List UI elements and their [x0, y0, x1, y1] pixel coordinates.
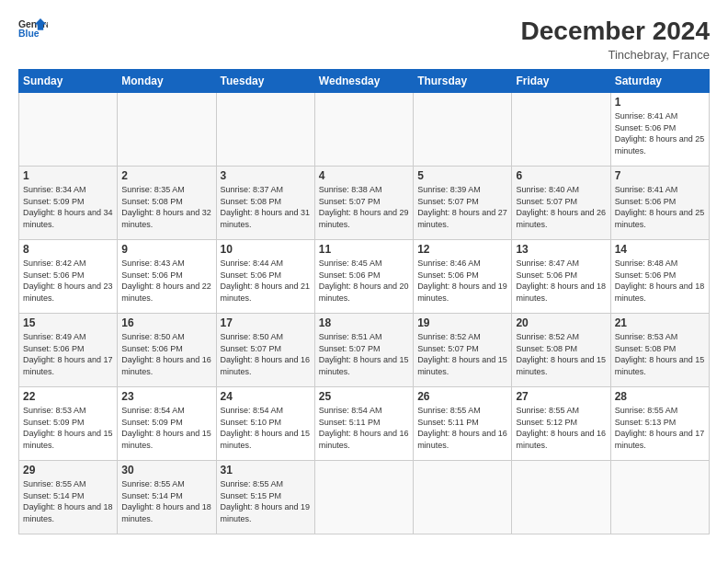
table-row: 30Sunrise: 8:55 AMSunset: 5:14 PMDayligh…	[118, 461, 216, 534]
day-number: 29	[23, 464, 113, 477]
month-title: December 2024	[521, 17, 710, 46]
day-number: 27	[516, 390, 606, 403]
day-content: Sunrise: 8:40 AMSunset: 5:07 PMDaylight:…	[516, 184, 606, 230]
table-row: 18Sunrise: 8:51 AMSunset: 5:07 PMDayligh…	[314, 314, 413, 387]
day-number: 25	[319, 390, 409, 403]
calendar-row: 29Sunrise: 8:55 AMSunset: 5:14 PMDayligh…	[19, 461, 710, 534]
table-row: 15Sunrise: 8:49 AMSunset: 5:06 PMDayligh…	[19, 314, 118, 387]
day-number: 5	[417, 169, 507, 182]
day-number: 3	[221, 169, 311, 182]
day-number: 20	[516, 316, 606, 329]
table-row	[414, 461, 512, 534]
table-row: 9Sunrise: 8:43 AMSunset: 5:06 PMDaylight…	[118, 240, 216, 314]
col-thursday: Thursday	[414, 70, 512, 93]
calendar-row: 1Sunrise: 8:41 AMSunset: 5:06 PMDaylight…	[19, 93, 710, 167]
day-content: Sunrise: 8:49 AMSunset: 5:06 PMDaylight:…	[23, 331, 113, 377]
day-number: 23	[121, 390, 211, 403]
day-content: Sunrise: 8:55 AMSunset: 5:14 PMDaylight:…	[121, 478, 211, 524]
col-sunday: Sunday	[19, 70, 118, 93]
table-row: 14Sunrise: 8:48 AMSunset: 5:06 PMDayligh…	[610, 240, 709, 314]
table-row: 29Sunrise: 8:55 AMSunset: 5:14 PMDayligh…	[19, 461, 118, 534]
table-row	[512, 461, 610, 534]
table-row: 4Sunrise: 8:38 AMSunset: 5:07 PMDaylight…	[314, 167, 413, 240]
day-number: 17	[221, 316, 311, 329]
day-content: Sunrise: 8:55 AMSunset: 5:15 PMDaylight:…	[221, 478, 311, 524]
table-row: 20Sunrise: 8:52 AMSunset: 5:08 PMDayligh…	[512, 314, 610, 387]
svg-text:Blue: Blue	[18, 29, 40, 39]
day-content: Sunrise: 8:43 AMSunset: 5:06 PMDaylight:…	[121, 258, 211, 304]
page-header: General Blue December 2024 Tinchebray, F…	[18, 17, 710, 62]
day-number: 1	[23, 169, 113, 182]
calendar-row: 22Sunrise: 8:53 AMSunset: 5:09 PMDayligh…	[19, 387, 710, 461]
day-number: 15	[23, 316, 113, 329]
day-number: 22	[23, 390, 113, 403]
day-number: 16	[121, 316, 211, 329]
day-content: Sunrise: 8:38 AMSunset: 5:07 PMDaylight:…	[319, 184, 409, 230]
day-number: 2	[121, 169, 211, 182]
table-row: 25Sunrise: 8:54 AMSunset: 5:11 PMDayligh…	[314, 387, 413, 461]
col-friday: Friday	[512, 70, 610, 93]
day-content: Sunrise: 8:50 AMSunset: 5:07 PMDaylight:…	[221, 331, 311, 377]
logo: General Blue	[18, 17, 48, 42]
day-number: 14	[615, 243, 705, 256]
day-content: Sunrise: 8:55 AMSunset: 5:12 PMDaylight:…	[516, 405, 606, 451]
table-row	[610, 461, 709, 534]
location: Tinchebray, France	[521, 48, 710, 62]
table-row: 16Sunrise: 8:50 AMSunset: 5:06 PMDayligh…	[118, 314, 216, 387]
day-content: Sunrise: 8:34 AMSunset: 5:09 PMDaylight:…	[23, 184, 113, 230]
day-number: 4	[319, 169, 409, 182]
table-row: 12Sunrise: 8:46 AMSunset: 5:06 PMDayligh…	[414, 240, 512, 314]
day-content: Sunrise: 8:48 AMSunset: 5:06 PMDaylight:…	[615, 258, 705, 304]
day-content: Sunrise: 8:53 AMSunset: 5:09 PMDaylight:…	[23, 405, 113, 451]
day-number: 10	[221, 243, 311, 256]
day-content: Sunrise: 8:55 AMSunset: 5:11 PMDaylight:…	[417, 405, 507, 451]
table-row: 19Sunrise: 8:52 AMSunset: 5:07 PMDayligh…	[414, 314, 512, 387]
day-content: Sunrise: 8:35 AMSunset: 5:08 PMDaylight:…	[121, 184, 211, 230]
calendar-row: 1Sunrise: 8:34 AMSunset: 5:09 PMDaylight…	[19, 167, 710, 240]
table-row: 31Sunrise: 8:55 AMSunset: 5:15 PMDayligh…	[216, 461, 314, 534]
day-content: Sunrise: 8:39 AMSunset: 5:07 PMDaylight:…	[417, 184, 507, 230]
title-area: December 2024 Tinchebray, France	[521, 17, 710, 62]
table-row: 13Sunrise: 8:47 AMSunset: 5:06 PMDayligh…	[512, 240, 610, 314]
day-content: Sunrise: 8:46 AMSunset: 5:06 PMDaylight:…	[417, 258, 507, 304]
calendar-table: Sunday Monday Tuesday Wednesday Thursday…	[18, 69, 710, 534]
table-row: 23Sunrise: 8:54 AMSunset: 5:09 PMDayligh…	[118, 387, 216, 461]
table-row	[118, 93, 216, 167]
day-content: Sunrise: 8:55 AMSunset: 5:14 PMDaylight:…	[23, 478, 113, 524]
day-content: Sunrise: 8:41 AMSunset: 5:06 PMDaylight:…	[615, 110, 705, 156]
day-number: 6	[516, 169, 606, 182]
col-saturday: Saturday	[610, 70, 709, 93]
day-number: 24	[221, 390, 311, 403]
day-number: 28	[615, 390, 705, 403]
table-row	[512, 93, 610, 167]
day-number: 21	[615, 316, 705, 329]
table-row	[314, 461, 413, 534]
table-row: 28Sunrise: 8:55 AMSunset: 5:13 PMDayligh…	[610, 387, 709, 461]
day-number: 31	[221, 464, 311, 477]
calendar-page: General Blue December 2024 Tinchebray, F…	[0, 0, 728, 563]
table-row: 27Sunrise: 8:55 AMSunset: 5:12 PMDayligh…	[512, 387, 610, 461]
table-row	[414, 93, 512, 167]
day-number: 8	[23, 243, 113, 256]
table-row: 22Sunrise: 8:53 AMSunset: 5:09 PMDayligh…	[19, 387, 118, 461]
day-content: Sunrise: 8:45 AMSunset: 5:06 PMDaylight:…	[319, 258, 409, 304]
col-monday: Monday	[118, 70, 216, 93]
day-content: Sunrise: 8:42 AMSunset: 5:06 PMDaylight:…	[23, 258, 113, 304]
day-content: Sunrise: 8:54 AMSunset: 5:11 PMDaylight:…	[319, 405, 409, 451]
table-row	[314, 93, 413, 167]
day-content: Sunrise: 8:55 AMSunset: 5:13 PMDaylight:…	[615, 405, 705, 451]
calendar-row: 15Sunrise: 8:49 AMSunset: 5:06 PMDayligh…	[19, 314, 710, 387]
table-row: 24Sunrise: 8:54 AMSunset: 5:10 PMDayligh…	[216, 387, 314, 461]
table-row: 10Sunrise: 8:44 AMSunset: 5:06 PMDayligh…	[216, 240, 314, 314]
col-tuesday: Tuesday	[216, 70, 314, 93]
day-content: Sunrise: 8:54 AMSunset: 5:10 PMDaylight:…	[221, 405, 311, 451]
day-number: 19	[417, 316, 507, 329]
col-wednesday: Wednesday	[314, 70, 413, 93]
day-content: Sunrise: 8:52 AMSunset: 5:08 PMDaylight:…	[516, 331, 606, 377]
table-row: 1Sunrise: 8:34 AMSunset: 5:09 PMDaylight…	[19, 167, 118, 240]
day-content: Sunrise: 8:52 AMSunset: 5:07 PMDaylight:…	[417, 331, 507, 377]
day-content: Sunrise: 8:47 AMSunset: 5:06 PMDaylight:…	[516, 258, 606, 304]
table-row	[216, 93, 314, 167]
table-row: 5Sunrise: 8:39 AMSunset: 5:07 PMDaylight…	[414, 167, 512, 240]
table-row: 7Sunrise: 8:41 AMSunset: 5:06 PMDaylight…	[610, 167, 709, 240]
